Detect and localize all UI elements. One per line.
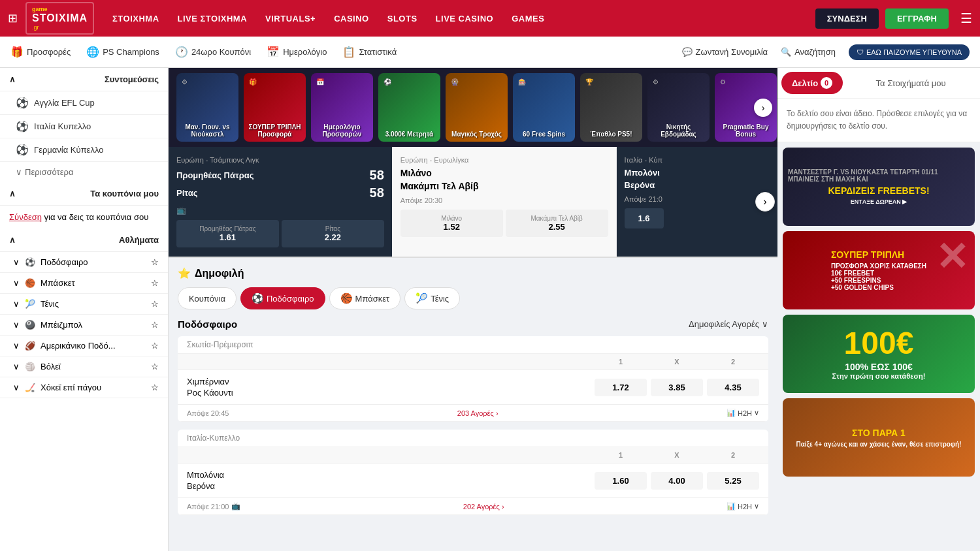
oddX-cell-2[interactable]: 4.00 <box>651 472 703 490</box>
promo-card-4[interactable]: ΣΤΟ ΠΑΡΑ 1 Παίξε 4+ αγώνες και αν χάσεις… <box>783 398 975 477</box>
pin-icon[interactable]: ☆ <box>151 257 159 267</box>
live-match-1[interactable]: Ευρώπη - Τσάμπιονς Λιγκ Προμηθέας Πάτρας… <box>169 147 393 257</box>
grid-icon[interactable]: ⊞ <box>8 11 18 25</box>
coupons-header[interactable]: ∧ Τα κουπόνια μου <box>0 182 168 206</box>
pin-icon[interactable]: ☆ <box>151 299 159 309</box>
nav-casino[interactable]: CASINO <box>334 14 369 24</box>
my-bets-tab[interactable]: Τα Στοιχήματά μου <box>845 73 976 93</box>
markets-link-2[interactable]: 202 Αγορές › <box>463 503 504 511</box>
shortcuts-header[interactable]: ∧ Συντομεύσεις <box>0 68 168 91</box>
calendar-item[interactable]: 📅 Ημερολόγιο <box>267 46 327 58</box>
sidebar-tennis[interactable]: ∨ 🎾 Τένις ☆ <box>0 294 168 315</box>
banner-next-button[interactable]: › <box>754 99 772 117</box>
sidebar-item-germany-cup[interactable]: ⚽ Γερμανία Κύπελλο <box>0 138 168 162</box>
logo-subtitle: game <box>32 6 88 12</box>
logo[interactable]: game STOIXIMA .gr <box>25 2 94 35</box>
sidebar-more-button[interactable]: ∨ Περισσότερα <box>0 162 168 182</box>
tab-basketball[interactable]: 🏀 Μπάσκετ <box>329 287 401 309</box>
match2-odd1-btn[interactable]: Μιλάνο 1.52 <box>400 210 503 237</box>
ps-champions-item[interactable]: 🌐 PS Champions <box>86 46 159 58</box>
offers-item[interactable]: 🎁 Προσφορές <box>10 46 71 58</box>
search-item[interactable]: 🔍 Αναζήτηση <box>781 47 836 57</box>
hamburger-icon[interactable]: ☰ <box>960 10 972 26</box>
football-icon: ⚽ <box>16 120 29 133</box>
league-label-1: Σκωτία-Πρέμιερσιπ <box>178 336 768 354</box>
banner-ps5[interactable]: 🏆 Έπαθλο PS5! <box>580 73 642 142</box>
sidebar-hockey[interactable]: ∨ 🏒 Χόκεϊ επί πάγου ☆ <box>0 377 168 398</box>
match1-odd1-btn[interactable]: Προμηθέας Πάτρας 1.61 <box>176 220 279 247</box>
banner-super-tripla[interactable]: 🎁 ΣΟΥΠΕΡ ΤΡΙΠΛΗ Προσφορά <box>244 73 306 142</box>
popular-tabs: Κουπόνια ⚽ Ποδόσφαιρο 🏀 Μπάσκετ 🎾 Τένις <box>178 287 768 309</box>
popular-markets-selector[interactable]: Δημοφιλείς Αγορές ∨ <box>689 319 768 329</box>
banner-calendar[interactable]: 📅 Ημερολόγιο Προσφορών <box>311 73 373 142</box>
tab-football[interactable]: ⚽ Ποδόσφαιρο <box>240 287 325 309</box>
h2h-button-2[interactable]: 📊 H2H ∨ <box>727 502 759 511</box>
sidebar-item-italy-cup[interactable]: ⚽ Ιταλία Κυπελλο <box>0 115 168 138</box>
pin-icon[interactable]: ☆ <box>151 320 159 330</box>
live-match-2[interactable]: Ευρώπη - Ευρωλίγκα Μιλάνο Μακάμπι Τελ Αβ… <box>393 147 617 257</box>
ps-champions-icon: 🌐 <box>86 46 99 58</box>
coupon-24h-item[interactable]: 🕐 24ωρο Κουπόνι <box>175 46 251 58</box>
promo-card-3[interactable]: 100€ 100% ΕΩΣ 100€ Στην πρώτη σου κατάθε… <box>783 315 975 393</box>
match-next-button[interactable]: › <box>755 192 775 212</box>
live-match-3[interactable]: Ιταλία - Κύπ Μπολόνι Βερόνα Απόψε 21:0 1… <box>617 147 777 257</box>
betslip-tab[interactable]: Δελτίο 0 <box>781 72 843 94</box>
match2-odd2-btn[interactable]: Μακάμπι Τελ Αβίβ 2.55 <box>506 210 608 237</box>
pin-icon[interactable]: ☆ <box>151 341 159 351</box>
pin-icon[interactable]: ☆ <box>151 278 159 288</box>
bar-chart-icon-2: 📊 <box>727 502 736 511</box>
sidebar-volleyball[interactable]: ∨ 🏐 Βόλεϊ ☆ <box>0 356 168 377</box>
baseball-sport-icon: 🎱 <box>25 320 35 330</box>
tab-tennis[interactable]: 🎾 Τένις <box>404 287 460 309</box>
sidebar-item-efl-cup[interactable]: ⚽ Αγγλία EFL Cup <box>0 91 168 115</box>
live-chat-item[interactable]: 💬 Ζωντανή Συνομιλία <box>682 47 768 57</box>
banner-ps-champions[interactable]: ⚙ Μαν. Γιουν. vs Νιούκαστλ <box>176 73 238 142</box>
odd2-cell[interactable]: 4.35 <box>707 379 759 396</box>
volleyball-label: Βόλεϊ <box>41 362 61 371</box>
second-bar: 🎁 Προσφορές 🌐 PS Champions 🕐 24ωρο Κουπό… <box>0 37 980 68</box>
banner-cash[interactable]: ⚽ 3.000€ Μετρητά <box>378 73 440 142</box>
oddX-cell[interactable]: 3.85 <box>651 379 703 396</box>
odd1-cell[interactable]: 1.72 <box>595 379 647 396</box>
promo-card-2[interactable]: ΣΟΥΠΕΡ ΤΡΙΠΛΗ ΠΡΟΣΦΟΡΑ ΧΩΡΙΣ ΚΑΤΑΘΕΣΗ 10… <box>783 231 975 309</box>
match3-odd1-btn[interactable]: 1.6 <box>625 208 664 228</box>
sports-header[interactable]: ∧ Αθλήματα <box>0 228 168 252</box>
basketball-tab-icon: 🏀 <box>340 292 353 304</box>
sidebar-football[interactable]: ∨ ⚽ Ποδόσφαιρο ☆ <box>0 252 168 273</box>
banner-winner[interactable]: ⚙ Νικητής Εβδομάδας <box>647 73 710 142</box>
nav-virtuals[interactable]: VIRTUALS+ <box>265 14 316 24</box>
colX-header: Χ <box>651 358 703 366</box>
nav-live-casino[interactable]: LIVE CASINO <box>436 14 494 24</box>
responsible-gambling-button[interactable]: 🛡 ΕΑΩ ΠΑΙΖΟΥΜΕ ΥΠΕΥΘΥΝΑ <box>849 44 970 60</box>
match1-odd2-btn[interactable]: Ρίτας 2.22 <box>282 220 384 247</box>
banner-label-4: Μαγικός Τροχός <box>446 131 508 138</box>
tab-coupons[interactable]: Κουπόνια <box>178 287 237 309</box>
nav-games[interactable]: GAMES <box>512 14 544 24</box>
volleyball-left: ∨ 🏐 Βόλεϊ <box>13 362 61 371</box>
baseball-label: Μπέιζμπολ <box>41 320 82 330</box>
promo-card-1[interactable]: ΜΑΝΤΣΕΣΤΕΡ Γ. VS ΝΙΟΥΚΑΣΤΑ ΤΕΤΑΡΤΗ 01/11… <box>783 148 975 226</box>
statistics-item[interactable]: 📋 Στατιστικά <box>342 46 397 58</box>
promo-img-2: ΣΟΥΠΕΡ ΤΡΙΠΛΗ ΠΡΟΣΦΟΡΑ ΧΩΡΙΣ ΚΑΤΑΘΕΣΗ 10… <box>783 231 975 309</box>
h2h-button-1[interactable]: 📊 H2H ∨ <box>727 409 759 417</box>
tennis-sport-icon: 🎾 <box>25 299 35 309</box>
pin-icon[interactable]: ☆ <box>151 383 159 392</box>
nav-stoixima[interactable]: ΣΤΟΙΧΗΜΑ <box>112 14 159 24</box>
tennis-right: ☆ <box>151 299 159 309</box>
banner-wheel[interactable]: 🎡 Μαγικός Τροχός <box>446 73 508 142</box>
coupons-login-link[interactable]: Σύνδεση <box>9 212 42 222</box>
live-match-strip: Ευρώπη - Τσάμπιονς Λιγκ Προμηθέας Πάτρας… <box>169 147 777 258</box>
nav-live-stoixima[interactable]: LIVE ΣΤΟΙΧΗΜΑ <box>178 14 248 24</box>
sidebar-baseball[interactable]: ∨ 🎱 Μπέιζμπολ ☆ <box>0 315 168 336</box>
nav-slots[interactable]: SLOTS <box>387 14 417 24</box>
register-button[interactable]: ΕΓΓΡΑΦΗ <box>885 8 949 29</box>
sidebar-american-football[interactable]: ∨ 🏈 Αμερικάνικο Ποδό... ☆ <box>0 336 168 356</box>
sidebar-basketball[interactable]: ∨ 🏀 Μπάσκετ ☆ <box>0 273 168 294</box>
odds-header-2: 1 Χ 2 <box>178 447 768 464</box>
odd2-cell-2[interactable]: 5.25 <box>707 472 759 490</box>
odd1-cell-2[interactable]: 1.60 <box>595 472 647 490</box>
banner-freespins[interactable]: 🎰 60 Free Spins <box>513 73 575 142</box>
login-button[interactable]: ΣΥΝΔΕΣΗ <box>815 8 879 29</box>
markets-link-1[interactable]: 203 Αγορές › <box>457 409 498 417</box>
pin-icon[interactable]: ☆ <box>151 362 159 371</box>
